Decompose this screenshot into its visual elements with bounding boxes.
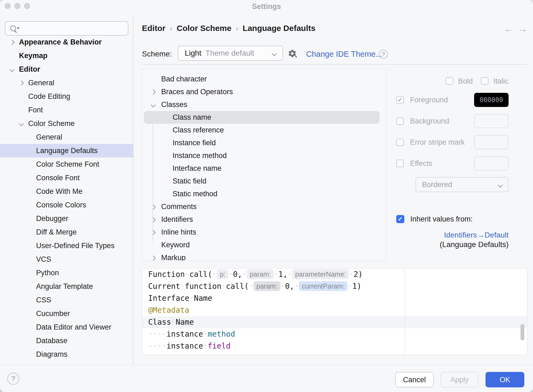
whitespace-dot: · xyxy=(212,270,217,279)
whitespace-dot: · xyxy=(249,282,253,291)
help-button[interactable]: ? xyxy=(7,373,19,385)
background-color-field[interactable] xyxy=(474,114,509,128)
tree-item-identifiers[interactable]: Identifiers xyxy=(142,213,386,226)
error-stripe-mark-checkbox[interactable] xyxy=(396,138,404,146)
effects-color-field[interactable] xyxy=(474,156,509,170)
sidebar-item-label: Console Font xyxy=(36,171,80,185)
tree-item-instance-method[interactable]: Instance method xyxy=(142,149,386,162)
breadcrumb-separator: › xyxy=(236,24,238,33)
back-arrow-icon[interactable]: ← xyxy=(503,23,515,34)
sidebar-item-data-editor-and-viewer[interactable]: Data Editor and Viewer xyxy=(0,320,133,334)
preview-code-line: @Metadata xyxy=(142,304,527,316)
tree-item-keyword[interactable]: Keyword xyxy=(142,239,386,251)
sidebar-item-console-font[interactable]: Console Font xyxy=(0,171,133,185)
ok-button[interactable]: OK xyxy=(486,372,524,387)
foreground-color-swatch[interactable]: 000000 xyxy=(474,93,509,107)
search-input[interactable] xyxy=(21,23,126,34)
effects-label: Effects xyxy=(410,156,432,170)
chevron-right-icon[interactable] xyxy=(151,230,155,235)
sidebar-item-general[interactable]: General xyxy=(0,76,133,90)
sidebar-item-font[interactable]: Font xyxy=(0,103,133,117)
sidebar-item-editor[interactable]: Editor xyxy=(0,62,133,76)
search-field[interactable] xyxy=(5,21,128,36)
italic-checkbox[interactable] xyxy=(481,77,488,85)
tree-item-classes[interactable]: Classes xyxy=(142,98,386,111)
whitespace-dot: · xyxy=(185,270,189,279)
sidebar-item-appearance-behavior[interactable]: Appearance & Behavior xyxy=(0,35,133,49)
bold-checkbox[interactable] xyxy=(446,77,453,85)
sidebar-item-label: Python xyxy=(36,266,59,280)
breadcrumb-item-color-scheme[interactable]: Color Scheme xyxy=(177,24,231,33)
chevron-right-icon[interactable] xyxy=(151,90,155,95)
breadcrumb-item-language-defaults[interactable]: Language Defaults xyxy=(243,24,315,33)
sidebar-item-language-defaults[interactable]: Language Defaults xyxy=(0,144,133,157)
sidebar-item-label: VCS xyxy=(36,252,51,266)
effects-checkbox[interactable] xyxy=(396,160,404,167)
scheme-help-icon[interactable]: ? xyxy=(379,50,388,59)
sidebar-item-debugger[interactable]: Debugger xyxy=(0,212,133,225)
tree-item-label: Comments xyxy=(161,200,197,213)
sidebar-item-code-with-me[interactable]: Code With Me xyxy=(0,185,133,198)
sidebar-item-keymap[interactable]: Keymap xyxy=(0,49,133,62)
tree-item-class-reference[interactable]: Class reference xyxy=(142,124,386,137)
sidebar-item-color-scheme[interactable]: Color Scheme xyxy=(0,117,133,130)
change-ide-theme-link[interactable]: Change IDE Theme... xyxy=(306,49,382,59)
tree-item-instance-field[interactable]: Instance field xyxy=(142,137,386,149)
tree-item-inline-hints[interactable]: Inline hints xyxy=(142,226,386,239)
sidebar-item-angular-template[interactable]: Angular Template xyxy=(0,280,133,293)
effects-type-dropdown[interactable]: Bordered xyxy=(415,177,509,192)
sidebar-item-diagrams[interactable]: Diagrams xyxy=(0,347,133,361)
sidebar-item-console-colors[interactable]: Console Colors xyxy=(0,198,133,212)
foreground-checkbox[interactable] xyxy=(396,96,404,104)
chevron-right-icon[interactable] xyxy=(20,81,23,86)
sidebar-item-code-editing[interactable]: Code Editing xyxy=(0,90,133,103)
chevron-down-icon[interactable] xyxy=(151,103,155,108)
chevron-right-icon[interactable] xyxy=(10,40,14,45)
sidebar-item-color-scheme-font[interactable]: Color Scheme Font xyxy=(0,157,133,171)
sidebar-item-general[interactable]: General xyxy=(0,130,133,144)
sidebar-item-css[interactable]: CSS xyxy=(0,293,133,307)
apply-button[interactable]: Apply xyxy=(440,372,478,387)
cancel-button[interactable]: Cancel xyxy=(395,372,434,387)
preview-code-line: Current·function·call(·param:·0,·current… xyxy=(142,280,527,292)
tree-item-interface-name[interactable]: Interface name xyxy=(142,162,386,175)
sidebar-item-label: User-Defined File Types xyxy=(36,239,115,252)
inherit-values-checkbox[interactable] xyxy=(396,215,404,223)
chevron-right-icon[interactable] xyxy=(151,256,155,261)
whitespace-dot: · xyxy=(242,270,247,279)
tree-item-static-method[interactable]: Static method xyxy=(142,188,386,200)
tree-item-label: Classes xyxy=(161,98,187,111)
tree-item-label: Bad character xyxy=(161,73,207,86)
background-checkbox[interactable] xyxy=(396,117,404,125)
whitespace-dot: · xyxy=(288,270,292,279)
sidebar-divider xyxy=(133,15,134,365)
scheme-gear-button[interactable] xyxy=(288,49,299,60)
tree-item-class-name[interactable]: Class name xyxy=(142,111,386,124)
sidebar-item-database[interactable]: Database xyxy=(0,334,133,347)
tree-item-bad-character[interactable]: Bad character xyxy=(142,73,386,86)
tree-item-comments[interactable]: Comments xyxy=(142,200,386,213)
breadcrumb-item-editor[interactable]: Editor xyxy=(142,24,166,33)
preview-scrollbar[interactable] xyxy=(521,324,524,340)
inherit-source-link[interactable]: Identifiers→Default xyxy=(396,231,509,239)
chevron-right-icon[interactable] xyxy=(151,205,155,210)
sidebar-item-vcs[interactable]: VCS xyxy=(0,252,133,266)
tree-item-braces-and-operators[interactable]: Braces and Operators xyxy=(142,86,386,98)
chevron-down-icon[interactable] xyxy=(20,122,23,127)
sidebar-item-cucumber[interactable]: Cucumber xyxy=(0,307,133,320)
forward-arrow-icon[interactable]: → xyxy=(517,23,529,34)
inline-hint-chip: param: xyxy=(247,269,274,279)
element-tree-panel: Bad characterBraces and OperatorsClasses… xyxy=(142,69,386,261)
error-stripe-mark-color-field[interactable] xyxy=(474,135,509,149)
sidebar-item-python[interactable]: Python xyxy=(0,266,133,280)
sidebar-item-user-defined-file-types[interactable]: User-Defined File Types xyxy=(0,239,133,252)
whitespace-dot: · xyxy=(281,282,285,291)
sidebar-item-diff-merge[interactable]: Diff & Merge xyxy=(0,225,133,239)
scheme-dropdown[interactable]: Light Theme default xyxy=(178,46,283,61)
inline-hint-chip: currentParam: xyxy=(299,281,348,291)
code-token: @Metadata xyxy=(148,306,189,315)
tree-item-static-field[interactable]: Static field xyxy=(142,175,386,188)
chevron-down-icon[interactable] xyxy=(10,67,14,72)
chevron-right-icon[interactable] xyxy=(151,218,155,223)
tree-item-markup[interactable]: Markup xyxy=(142,251,386,261)
